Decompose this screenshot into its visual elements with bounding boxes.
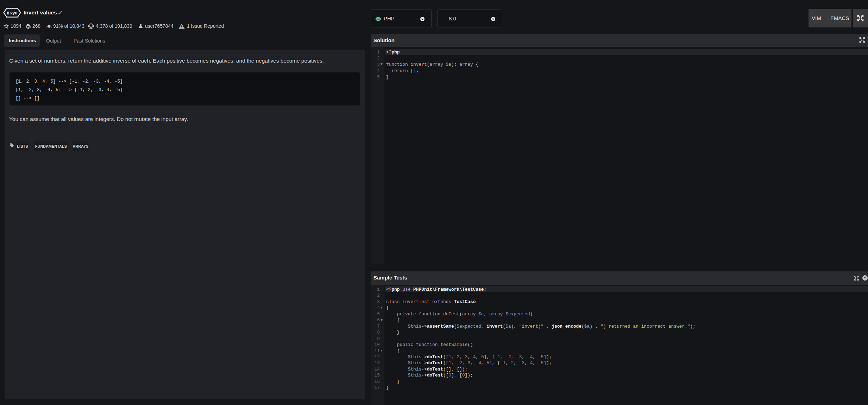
svg-text:8 kyu: 8 kyu	[7, 11, 17, 15]
svg-text:php: php	[377, 18, 380, 20]
svg-text:?: ?	[864, 276, 866, 280]
